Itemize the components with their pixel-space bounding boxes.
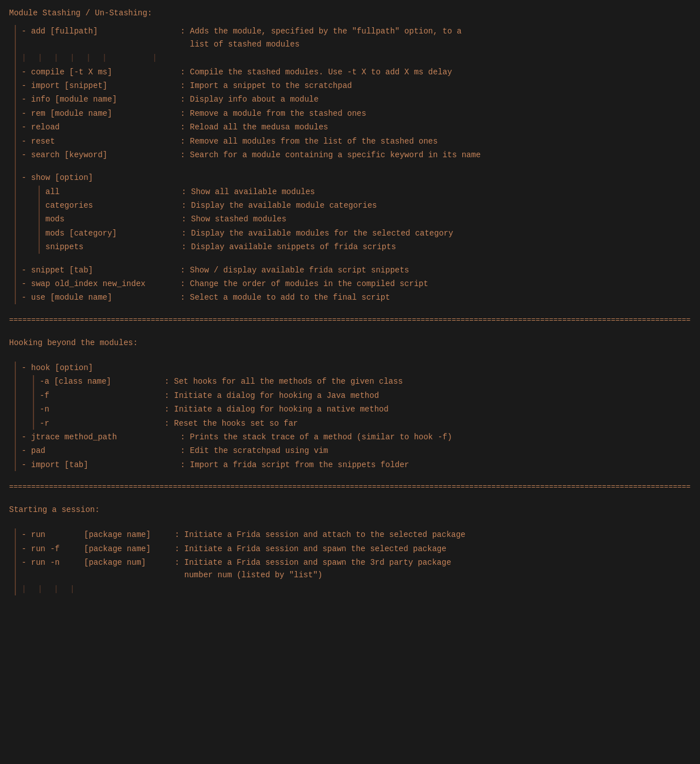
cmd-jtrace-label: - jtrace method_path <box>22 431 180 443</box>
show-categories: categories : Display the available modul… <box>45 199 691 212</box>
cmd-pad-desc: : Edit the scratchpad using vim <box>180 444 328 457</box>
cmd-use-label: - use [module name] <box>22 291 180 304</box>
cmd-swap-desc: : Change the order of modules in the com… <box>180 278 428 290</box>
cmd-info-desc: : Display info about a module <box>180 93 319 106</box>
show-mods-category-desc: : Display the available modules for the … <box>182 227 453 240</box>
cmd-use-desc: : Select a module to add to the final sc… <box>180 291 390 304</box>
cmd-reload-desc: : Reload all the medusa modules <box>180 121 328 133</box>
cmd-run-f-pkg: [package name] <box>84 543 175 555</box>
hook-f-label: -f <box>40 389 165 402</box>
cmd-run-f: - run -f [package name] : Initiate a Fri… <box>22 543 691 555</box>
hook-a-label: -a [class name] <box>40 375 165 388</box>
cmd-search-desc: : Search for a module containing a speci… <box>180 149 480 161</box>
spacer1 <box>22 162 691 171</box>
cmd-rem-label: - rem [module name] <box>22 107 180 120</box>
page-container: Module Stashing / Un-Stashing: - add [fu… <box>9 7 691 595</box>
cmd-show-label: - show [option] <box>22 171 180 184</box>
show-snippets: snippets : Display available snippets of… <box>45 241 691 253</box>
cmd-add-desc: : Adds the module, specified by the "ful… <box>180 25 462 51</box>
cmd-reset: - reset : Remove all modules from the li… <box>22 135 691 148</box>
show-snippets-desc: : Display available snippets of frida sc… <box>182 241 396 253</box>
cmd-run: - run [package name] : Initiate a Frida … <box>22 528 691 541</box>
session-section: Starting a session: - run [package name]… <box>9 503 691 595</box>
cmd-run-f-desc: : Initiate a Frida session and spawn the… <box>175 543 446 555</box>
cmd-run-n-desc: : Initiate a Frida session and spawn the… <box>175 556 451 582</box>
show-all: all : Show all available modules <box>45 186 691 198</box>
show-snippets-label: snippets <box>45 241 182 253</box>
hook-n: -n : Initiate a dialog for hooking a nat… <box>40 403 691 415</box>
session-content: - run [package name] : Initiate a Frida … <box>15 528 691 595</box>
cmd-search-label: - search [keyword] <box>22 149 180 161</box>
cmd-reload: - reload : Reload all the medusa modules <box>22 121 691 133</box>
divider-1: ========================================… <box>9 314 691 326</box>
cmd-snippet: - snippet [tab] : Show / display availab… <box>22 264 691 276</box>
cmd-run-label: - run <box>22 528 84 541</box>
show-all-desc: : Show all available modules <box>182 186 315 198</box>
cmd-reload-label: - reload <box>22 121 180 133</box>
cmd-search: - search [keyword] : Search for a module… <box>22 149 691 161</box>
hook-r-desc: : Reset the hooks set so far <box>165 417 298 430</box>
cmd-compile: - compile [-t X ms] : Compile the stashe… <box>22 66 691 78</box>
cmd-hook-label: - hook [option] <box>22 362 180 374</box>
hook-f: -f : Initiate a dialog for hooking a Jav… <box>40 389 691 402</box>
cmd-compile-label: - compile [-t X ms] <box>22 66 180 78</box>
stashing-title: Module Stashing / Un-Stashing: <box>9 7 691 19</box>
show-categories-label: categories <box>45 199 182 212</box>
cmd-run-desc: : Initiate a Frida session and attach to… <box>175 528 465 541</box>
show-mods: mods : Show stashed modules <box>45 213 691 225</box>
cmd-run-n: - run -n [package num] : Initiate a Frid… <box>22 556 691 582</box>
cmd-add: - add [fullpath] : Adds the module, spec… <box>22 25 691 51</box>
cmd-import-tab-desc: : Import a frida script from the snippet… <box>180 459 409 471</box>
cmd-add-label: - add [fullpath] <box>22 25 180 51</box>
hook-f-desc: : Initiate a dialog for hooking a Java m… <box>165 389 379 402</box>
cmd-hook: - hook [option] <box>22 362 691 374</box>
show-all-label: all <box>45 186 182 198</box>
show-categories-desc: : Display the available module categorie… <box>182 199 377 212</box>
cmd-compile-desc: : Compile the stashed modules. Use -t X … <box>180 66 452 78</box>
cmd-import-desc: : Import a snippet to the scratchpad <box>180 79 352 92</box>
cmd-run-f-label: - run -f <box>22 543 84 555</box>
cmd-run-n-pkg: [package num] <box>84 556 175 582</box>
cmd-reset-desc: : Remove all modules from the list of th… <box>180 135 438 148</box>
cmd-import-tab: - import [tab] : Import a frida script f… <box>22 459 691 471</box>
spacer4 <box>9 522 691 528</box>
cmd-import: - import [snippet] : Import a snippet to… <box>22 79 691 92</box>
hook-options-block: -a [class name] : Set hooks for all the … <box>33 375 691 430</box>
cmd-jtrace: - jtrace method_path : Prints the stack … <box>22 431 691 443</box>
cmd-info-label: - info [module name] <box>22 93 180 106</box>
session-title: Starting a session: <box>9 503 691 516</box>
stashing-content: - add [fullpath] : Adds the module, spec… <box>15 25 691 304</box>
hooking-title: Hooking beyond the modules: <box>9 337 691 349</box>
cmd-use: - use [module name] : Select a module to… <box>22 291 691 304</box>
show-mods-desc: : Show stashed modules <box>182 213 286 225</box>
cmd-jtrace-desc: : Prints the stack trace of a method (si… <box>180 431 452 443</box>
cmd-reset-label: - reset <box>22 135 180 148</box>
cmd-snippet-label: - snippet [tab] <box>22 264 180 276</box>
cmd-swap-label: - swap old_index new_index <box>22 278 180 290</box>
hook-n-desc: : Initiate a dialog for hooking a native… <box>165 403 389 415</box>
hooking-section: Hooking beyond the modules: - hook [opti… <box>9 337 691 472</box>
cmd-show: - show [option] <box>22 171 691 184</box>
spacer2 <box>22 255 691 264</box>
cmd-pad: - pad : Edit the scratchpad using vim <box>22 444 691 457</box>
hooking-content: - hook [option] -a [class name] : Set ho… <box>15 362 691 471</box>
cmd-run-n-label: - run -n <box>22 556 84 582</box>
cmd-run-pkg: [package name] <box>84 528 175 541</box>
cmd-swap: - swap old_index new_index : Change the … <box>22 278 691 290</box>
cmd-import-tab-label: - import [tab] <box>22 459 180 471</box>
cmd-pad-label: - pad <box>22 444 180 457</box>
hook-r-label: -r <box>40 417 165 430</box>
hook-a: -a [class name] : Set hooks for all the … <box>40 375 691 388</box>
show-options-block: all : Show all available modules categor… <box>39 186 691 254</box>
stashing-section: Module Stashing / Un-Stashing: - add [fu… <box>9 7 691 304</box>
hook-a-desc: : Set hooks for all the methods of the g… <box>165 375 403 388</box>
cmd-rem: - rem [module name] : Remove a module fr… <box>22 107 691 120</box>
hook-n-label: -n <box>40 403 165 415</box>
hook-r: -r : Reset the hooks set so far <box>40 417 691 430</box>
spacer3 <box>9 355 691 362</box>
cmd-info: - info [module name] : Display info abou… <box>22 93 691 106</box>
cmd-rem-desc: : Remove a module from the stashed ones <box>180 107 366 120</box>
show-mods-label: mods <box>45 213 182 225</box>
cmd-import-label: - import [snippet] <box>22 79 180 92</box>
pipe-line-bottom: | | | | <box>22 583 691 595</box>
